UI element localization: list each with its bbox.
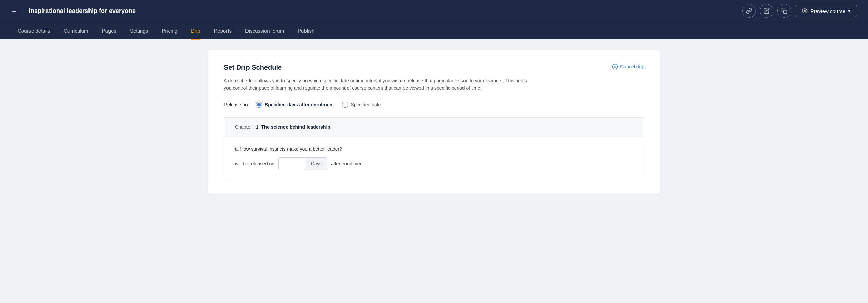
link-icon-button[interactable] <box>742 4 756 18</box>
drip-schedule-card: Set Drip Schedule A drip schedule allows… <box>208 50 660 194</box>
dropdown-chevron-icon: ▾ <box>848 8 851 14</box>
app-header: ← Inspirational leadership for everyone <box>0 0 868 22</box>
copy-icon-button[interactable] <box>777 4 791 18</box>
header-divider <box>23 6 23 16</box>
radio-specified-date-label: Specified date <box>351 102 381 107</box>
cancel-drip-button[interactable]: Cancel drip <box>612 64 644 70</box>
radio-specified-days-label: Specified days after enrolment <box>265 102 334 107</box>
main-content: Set Drip Schedule A drip schedule allows… <box>197 39 671 204</box>
release-on-row: Release on Specified days after enrolmen… <box>224 102 644 108</box>
header-actions: Preview course ▾ <box>742 4 857 18</box>
radio-specified-days-input[interactable] <box>256 102 262 108</box>
chapter-title: 1. The science behind leadership. <box>256 124 331 130</box>
preview-course-button[interactable]: Preview course ▾ <box>795 5 857 17</box>
after-enrollment-text: after enrollment <box>331 161 364 166</box>
nav-item-curriculum[interactable]: Curriculum <box>57 22 95 40</box>
chapter-section: Chapter : 1. The science behind leadersh… <box>224 117 644 180</box>
card-description: A drip schedule allows you to specify on… <box>224 77 529 92</box>
nav-item-pages[interactable]: Pages <box>95 22 123 40</box>
lesson-release-prefix: will be released on <box>235 161 274 166</box>
eye-icon <box>802 8 808 14</box>
lesson-row: a. How survival instincts make you a bet… <box>224 137 644 180</box>
edit-icon-button[interactable] <box>760 4 773 18</box>
edit-icon <box>764 8 770 14</box>
nav-item-discussion-forum[interactable]: Discussion forum <box>238 22 291 40</box>
link-icon <box>746 8 752 14</box>
course-title: Inspirational leadership for everyone <box>29 7 742 15</box>
radio-specified-date-input[interactable] <box>342 102 348 108</box>
chapter-prefix: Chapter : <box>235 124 255 130</box>
lesson-release-row: will be released on Days after enrollmen… <box>235 157 633 170</box>
days-input[interactable] <box>279 158 306 170</box>
chapter-header: Chapter : 1. The science behind leadersh… <box>224 118 644 137</box>
card-title: Set Drip Schedule <box>224 64 644 72</box>
release-on-label: Release on <box>224 102 248 107</box>
days-label: Days <box>306 158 327 170</box>
back-button[interactable]: ← <box>11 7 18 15</box>
nav-item-drip[interactable]: Drip <box>184 22 207 40</box>
lesson-title: a. How survival instincts make you a bet… <box>235 146 633 152</box>
days-input-group: Days <box>278 157 327 170</box>
radio-specified-date[interactable]: Specified date <box>342 102 381 108</box>
copy-icon <box>781 8 787 14</box>
radio-specified-days[interactable]: Specified days after enrolment <box>256 102 334 108</box>
nav-item-publish[interactable]: Publish <box>291 22 321 40</box>
nav-item-settings[interactable]: Settings <box>123 22 155 40</box>
nav-item-reports[interactable]: Reports <box>207 22 239 40</box>
nav-item-pricing[interactable]: Pricing <box>155 22 184 40</box>
cancel-circle-icon <box>612 64 618 70</box>
svg-rect-0 <box>784 10 787 14</box>
nav-item-course-details[interactable]: Course details <box>11 22 57 40</box>
svg-point-1 <box>804 10 806 12</box>
main-nav: Course details Curriculum Pages Settings… <box>0 22 868 39</box>
